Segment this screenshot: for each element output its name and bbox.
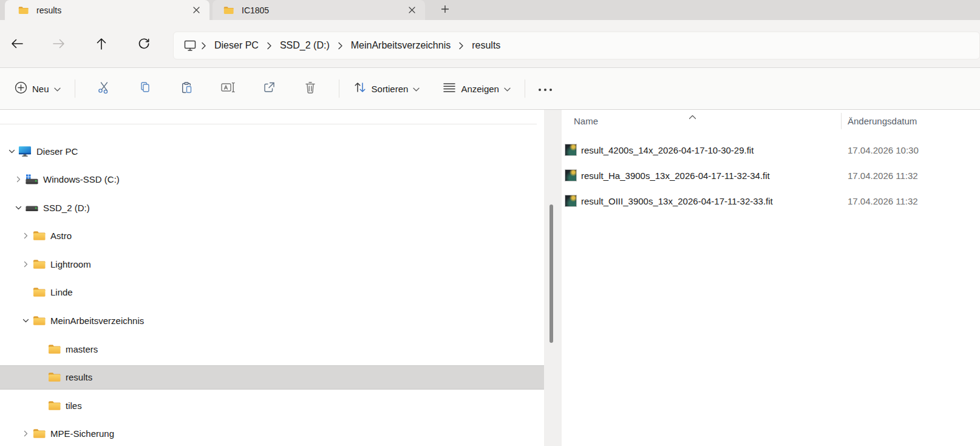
file-row[interactable]: result_Ha_3900s_13x_2026-04-17-11-32-34.… [562,163,980,188]
file-modified-date: 17.04.2026 11:32 [848,171,918,181]
breadcrumb-separator-icon [338,42,343,50]
tab-IC1805[interactable]: IC1805 [213,0,425,20]
arrow-up-icon [97,38,106,52]
up-button[interactable] [89,33,114,57]
chevron-down-icon[interactable] [19,309,32,333]
file-list-pane: Name Änderungsdatum result_4200s_14x_202… [562,110,980,446]
chevron-right-icon[interactable] [19,252,32,276]
breadcrumb-separator-icon [201,42,206,50]
folder-icon [32,280,46,305]
file-name: result_Ha_3900s_13x_2026-04-17-11-32-34.… [581,171,770,181]
chevron-down-icon[interactable] [5,139,18,163]
folder-icon [47,337,61,361]
refresh-icon [138,38,150,52]
sidebar-item-dieser-pc[interactable]: Dieser PC [0,139,544,163]
rename-button[interactable] [214,76,242,101]
fit-image-thumbnail [565,195,577,207]
folder-icon [47,393,61,417]
column-header-date[interactable]: Änderungsdatum [848,116,917,126]
sidebar-item-label: MPE-Sicherung [50,428,114,439]
file-explorer-window: resultsIC1805 [0,0,980,446]
chevron-spacer [34,393,47,417]
breadcrumb-item[interactable]: SSD_2 (D:) [276,38,333,53]
sidebar-item-meinarbeitsverzeichnis[interactable]: MeinArbeitsverzeichnis [0,309,544,333]
file-row[interactable]: result_4200s_14x_2026-04-17-10-30-29.fit… [562,137,980,163]
sidebar-item-mpe-sicherung[interactable]: MPE-Sicherung [0,422,544,446]
more-icon [538,83,553,94]
breadcrumb-item[interactable]: MeinArbeitsverzeichnis [347,38,455,53]
folder-icon [32,252,46,276]
column-header-name[interactable]: Name [574,116,598,126]
sidebar-separator [0,124,537,124]
sidebar-item-lightroom[interactable]: Lightroom [0,252,544,276]
sidebar-item-results[interactable]: results [0,365,544,390]
sort-button-label: Sortieren [372,84,409,94]
cut-button[interactable] [90,76,118,101]
copy-button[interactable] [131,76,159,101]
chevron-right-icon[interactable] [19,422,32,446]
plus-icon [441,5,449,16]
view-button[interactable]: Anzeigen [437,77,517,100]
new-button-label: Neu [32,84,49,94]
arrow-right-icon [53,39,65,51]
folder-icon [47,365,61,390]
chevron-down-icon[interactable] [12,195,25,220]
paste-button[interactable] [172,76,200,101]
folder-icon [32,422,46,446]
close-tab-button[interactable] [404,3,419,18]
sidebar-item-ssd-2-d-[interactable]: SSD_2 (D:) [0,195,544,220]
chevron-right-icon[interactable] [12,167,25,192]
refresh-button[interactable] [132,33,156,57]
copy-icon [138,81,152,96]
back-button[interactable] [5,33,29,57]
sidebar-item-linde[interactable]: Linde [0,280,544,305]
sidebar-item-windows-ssd-c-[interactable]: Windows-SSD (C:) [0,167,544,192]
drive-windows-icon [25,167,38,192]
share-button[interactable] [255,76,283,101]
cut-icon [97,81,111,96]
scrollbar-thumb[interactable] [550,204,553,343]
breadcrumb-separator-icon [267,42,272,50]
drive-icon [25,195,38,220]
breadcrumb-item[interactable]: results [468,38,504,53]
more-options-button[interactable] [533,76,557,101]
delete-icon [304,81,316,96]
file-row[interactable]: result_OIII_3900s_13x_2026-04-17-11-32-3… [562,188,980,214]
sidebar-scrollbar[interactable] [544,110,562,446]
sort-ascending-icon [689,111,696,122]
sidebar-item-label: masters [66,344,98,354]
chevron-down-icon [413,83,420,94]
sidebar-item-label: tiles [66,400,82,411]
breadcrumb-item[interactable]: Dieser PC [211,38,262,53]
sidebar-item-masters[interactable]: masters [0,337,544,361]
close-tab-button[interactable] [189,3,203,18]
command-toolbar: Neu [0,67,980,110]
tab-results[interactable]: results [5,0,209,20]
sidebar-item-astro[interactable]: Astro [0,224,544,248]
share-icon [262,81,276,96]
chevron-right-icon[interactable] [19,224,32,248]
sort-button[interactable]: Sortieren [347,76,426,101]
paste-icon [180,81,193,96]
sidebar-item-label: MeinArbeitsverzeichnis [50,316,144,326]
pc-icon [18,139,32,163]
folder-icon [18,6,29,15]
toolbar-divider [75,79,75,98]
sidebar-item-label: Windows-SSD (C:) [43,174,120,184]
delete-button[interactable] [296,76,324,101]
tab-label: results [36,5,61,15]
folder-icon [32,309,46,333]
file-modified-date: 17.04.2026 10:30 [848,145,919,155]
arrow-left-icon [11,39,23,51]
sidebar-item-label: SSD_2 (D:) [43,203,90,213]
chevron-down-icon [504,83,511,94]
tab-label: IC1805 [242,5,269,15]
forward-button[interactable] [47,33,71,57]
new-button[interactable]: Neu [9,76,67,101]
sidebar-item-tiles[interactable]: tiles [0,393,544,417]
new-tab-button[interactable] [436,1,454,19]
file-name: result_4200s_14x_2026-04-17-10-30-29.fit [581,145,754,155]
address-bar[interactable]: Dieser PCSSD_2 (D:)MeinArbeitsverzeichni… [173,32,980,59]
folder-icon [32,224,46,248]
column-divider[interactable] [841,113,842,129]
